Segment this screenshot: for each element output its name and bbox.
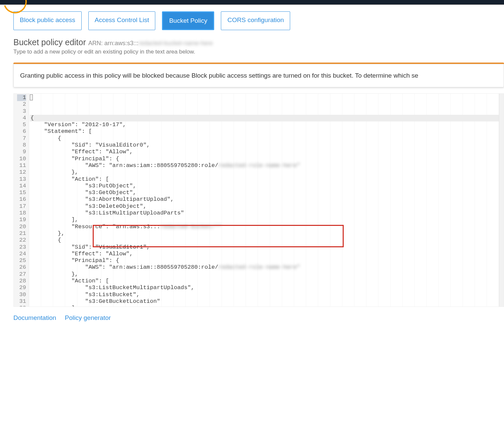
- tab-block-public-access[interactable]: Block public access: [13, 11, 82, 30]
- code-line[interactable]: "s3:PutObject",: [30, 183, 499, 189]
- code-line[interactable]: "Principal": {: [30, 156, 499, 162]
- permission-tabs: Block public access Access Control List …: [13, 11, 504, 30]
- code-line[interactable]: "s3:GetBucketLocation": [30, 298, 499, 305]
- code-line[interactable]: "Version": "2012-10-17",: [30, 121, 499, 128]
- line-number: 14: [17, 183, 26, 189]
- line-number: 9: [17, 149, 26, 155]
- code-line[interactable]: "Action": [: [30, 278, 499, 284]
- code-line[interactable]: "s3:AbortMultipartUpload",: [30, 196, 499, 203]
- line-number: 32: [17, 305, 26, 307]
- code-line[interactable]: "s3:DeleteObject",: [30, 203, 499, 210]
- code-area[interactable]: { "Version": "2012-10-17", "Statement": …: [29, 94, 499, 307]
- line-number: 11: [17, 162, 26, 169]
- line-number-gutter: 1234567891011121314151617181920212223242…: [14, 94, 29, 307]
- line-number: 10: [17, 156, 26, 162]
- redacted-text: redacted-role-name-here": [218, 264, 300, 270]
- line-number: 12: [17, 169, 26, 176]
- code-line[interactable]: "Sid": "VisualEditor0",: [30, 142, 499, 149]
- code-line[interactable]: "Statement": [: [30, 128, 499, 135]
- tab-access-control-list[interactable]: Access Control List: [88, 11, 156, 30]
- line-number: 8: [17, 142, 26, 149]
- line-number: 31: [17, 298, 26, 305]
- line-number: 5: [17, 121, 26, 128]
- line-number: 24: [17, 251, 26, 257]
- code-line[interactable]: {: [30, 237, 499, 244]
- arn-label: ARN:: [88, 40, 103, 47]
- code-line[interactable]: "Effect": "Allow",: [30, 251, 499, 257]
- tab-cors-configuration[interactable]: CORS configuration: [221, 11, 290, 30]
- line-number: 6: [17, 128, 26, 135]
- code-line[interactable]: ],: [30, 216, 499, 223]
- footer-links: Documentation Policy generator: [13, 307, 504, 335]
- line-number: 13: [17, 176, 26, 183]
- line-number: 4: [17, 115, 26, 121]
- code-line[interactable]: ],: [30, 305, 499, 307]
- line-number: 18: [17, 210, 26, 216]
- aws-console-topbar: [0, 0, 504, 5]
- editor-cursor: [30, 94, 33, 100]
- line-number: 30: [17, 291, 26, 298]
- code-line[interactable]: "Principal": {: [30, 257, 499, 264]
- line-number: 2: [17, 101, 26, 108]
- editor-subtitle: Type to add a new policy or edit an exis…: [13, 49, 504, 55]
- documentation-link[interactable]: Documentation: [13, 314, 56, 322]
- public-access-warning: Granting public access in this policy wi…: [13, 63, 504, 87]
- code-line[interactable]: {: [30, 135, 499, 142]
- line-number: 26: [17, 264, 26, 271]
- policy-generator-link[interactable]: Policy generator: [65, 314, 111, 322]
- line-number: 3: [17, 108, 26, 115]
- line-number: 28: [17, 278, 26, 284]
- code-line[interactable]: "Action": [: [30, 176, 499, 183]
- redacted-text: redacted-role-name-here": [218, 162, 300, 169]
- code-line[interactable]: "AWS": "arn:aws:iam::880559705280:role/r…: [30, 264, 499, 271]
- scrollbar-track[interactable]: [499, 94, 504, 307]
- line-number: 29: [17, 284, 26, 291]
- arn-value-prefix: arn:aws:s3:::: [104, 40, 139, 47]
- line-number: 7: [17, 135, 26, 142]
- code-line[interactable]: "Sid": "VisualEditor1",: [30, 244, 499, 251]
- code-line[interactable]: "s3:ListBucketMultipartUploads",: [30, 284, 499, 291]
- code-line[interactable]: "Resource": "arn:aws:s3:::redacted-bucke…: [30, 224, 499, 230]
- code-line[interactable]: "s3:ListMultipartUploadParts": [30, 210, 499, 216]
- tab-bucket-policy[interactable]: Bucket Policy: [162, 11, 214, 30]
- line-number: 1: [17, 94, 26, 101]
- page-content: Block public access Access Control List …: [0, 5, 504, 335]
- code-line[interactable]: "s3:GetObject",: [30, 189, 499, 196]
- code-line[interactable]: },: [30, 169, 499, 176]
- code-line[interactable]: },: [30, 230, 499, 237]
- line-number: 19: [17, 216, 26, 223]
- line-number: 15: [17, 189, 26, 196]
- code-line[interactable]: "s3:ListBucket",: [30, 291, 499, 298]
- code-line[interactable]: },: [30, 271, 499, 278]
- line-number: 21: [17, 230, 26, 237]
- warning-text: Granting public access in this policy wi…: [20, 72, 418, 79]
- redacted-text: redacted-bucket/*": [160, 224, 222, 230]
- line-number: 22: [17, 237, 26, 244]
- line-number: 20: [17, 224, 26, 230]
- editor-title-text: Bucket policy editor: [13, 37, 86, 47]
- editor-heading: Bucket policy editor ARN: arn:aws:s3:::r…: [13, 37, 504, 47]
- policy-code-editor[interactable]: 1234567891011121314151617181920212223242…: [13, 93, 504, 307]
- line-number: 17: [17, 203, 26, 210]
- line-number: 23: [17, 244, 26, 251]
- code-line[interactable]: {: [30, 115, 499, 121]
- arn-redacted: redacted-bucket-name-here: [139, 40, 213, 47]
- line-number: 27: [17, 271, 26, 278]
- line-number: 16: [17, 196, 26, 203]
- code-line[interactable]: "AWS": "arn:aws:iam::880559705280:role/r…: [30, 162, 499, 169]
- line-number: 25: [17, 257, 26, 264]
- code-line[interactable]: "Effect": "Allow",: [30, 149, 499, 155]
